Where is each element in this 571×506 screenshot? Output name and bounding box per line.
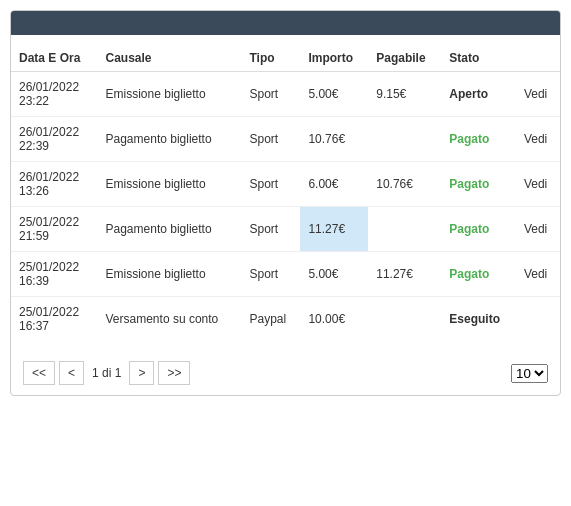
pagination-nav: << < 1 di 1 > >> bbox=[23, 361, 190, 385]
card-header bbox=[11, 11, 560, 35]
cell-causale: Emissione biglietto bbox=[98, 72, 242, 117]
cell-data-ora: 26/01/2022 13:26 bbox=[11, 162, 98, 207]
cell-causale: Versamento su conto bbox=[98, 297, 242, 342]
vedi-link[interactable]: Vedi bbox=[524, 267, 547, 281]
cell-data-ora: 26/01/2022 23:22 bbox=[11, 72, 98, 117]
cell-vedi[interactable]: Vedi bbox=[516, 162, 560, 207]
cell-data-ora: 25/01/2022 16:39 bbox=[11, 252, 98, 297]
cell-vedi bbox=[516, 297, 560, 342]
cell-pagabile bbox=[368, 117, 441, 162]
table-row: 26/01/2022 22:39Pagamento bigliettoSport… bbox=[11, 117, 560, 162]
movimenti-card: Data E Ora Causale Tipo Importo Pagabile… bbox=[10, 10, 561, 396]
table-row: 25/01/2022 16:39Emissione bigliettoSport… bbox=[11, 252, 560, 297]
col-stato: Stato bbox=[441, 45, 516, 72]
cell-stato: Pagato bbox=[441, 252, 516, 297]
cell-causale: Emissione biglietto bbox=[98, 162, 242, 207]
table-row: 26/01/2022 23:22Emissione bigliettoSport… bbox=[11, 72, 560, 117]
last-page-button[interactable]: >> bbox=[158, 361, 190, 385]
cell-vedi[interactable]: Vedi bbox=[516, 207, 560, 252]
cell-tipo: Sport bbox=[241, 207, 300, 252]
col-causale: Causale bbox=[98, 45, 242, 72]
cell-tipo: Sport bbox=[241, 117, 300, 162]
cell-tipo: Paypal bbox=[241, 297, 300, 342]
per-page-selector-container: 102550 bbox=[511, 364, 548, 383]
prev-page-button[interactable]: < bbox=[59, 361, 84, 385]
cell-pagabile bbox=[368, 207, 441, 252]
cell-causale: Pagamento biglietto bbox=[98, 117, 242, 162]
cell-vedi[interactable]: Vedi bbox=[516, 117, 560, 162]
col-data-ora: Data E Ora bbox=[11, 45, 98, 72]
cell-stato: Pagato bbox=[441, 117, 516, 162]
cell-importo: 5.00€ bbox=[300, 72, 368, 117]
col-tipo: Tipo bbox=[241, 45, 300, 72]
pagination-container: << < 1 di 1 > >> 102550 bbox=[11, 351, 560, 395]
cell-importo: 10.00€ bbox=[300, 297, 368, 342]
cell-importo: 5.00€ bbox=[300, 252, 368, 297]
vedi-link[interactable]: Vedi bbox=[524, 87, 547, 101]
col-importo: Importo bbox=[300, 45, 368, 72]
cell-pagabile bbox=[368, 297, 441, 342]
cell-data-ora: 25/01/2022 21:59 bbox=[11, 207, 98, 252]
vedi-link[interactable]: Vedi bbox=[524, 132, 547, 146]
cell-vedi[interactable]: Vedi bbox=[516, 252, 560, 297]
cell-pagabile: 9.15€ bbox=[368, 72, 441, 117]
cell-tipo: Sport bbox=[241, 252, 300, 297]
cell-importo: 10.76€ bbox=[300, 117, 368, 162]
cell-stato: Pagato bbox=[441, 207, 516, 252]
cell-importo: 6.00€ bbox=[300, 162, 368, 207]
pagination-info: 1 di 1 bbox=[92, 366, 121, 380]
table-body: 26/01/2022 23:22Emissione bigliettoSport… bbox=[11, 72, 560, 342]
cell-tipo: Sport bbox=[241, 162, 300, 207]
card-body: Data E Ora Causale Tipo Importo Pagabile… bbox=[11, 35, 560, 351]
cell-importo: 11.27€ bbox=[300, 207, 368, 252]
cell-pagabile: 10.76€ bbox=[368, 162, 441, 207]
col-actions bbox=[516, 45, 560, 72]
table-row: 25/01/2022 21:59Pagamento bigliettoSport… bbox=[11, 207, 560, 252]
col-pagabile: Pagabile bbox=[368, 45, 441, 72]
table-header-row: Data E Ora Causale Tipo Importo Pagabile… bbox=[11, 45, 560, 72]
cell-data-ora: 25/01/2022 16:37 bbox=[11, 297, 98, 342]
cell-pagabile: 11.27€ bbox=[368, 252, 441, 297]
cell-causale: Pagamento biglietto bbox=[98, 207, 242, 252]
table-row: 26/01/2022 13:26Emissione bigliettoSport… bbox=[11, 162, 560, 207]
first-page-button[interactable]: << bbox=[23, 361, 55, 385]
cell-data-ora: 26/01/2022 22:39 bbox=[11, 117, 98, 162]
cell-causale: Emissione biglietto bbox=[98, 252, 242, 297]
cell-stato: Pagato bbox=[441, 162, 516, 207]
cell-vedi[interactable]: Vedi bbox=[516, 72, 560, 117]
vedi-link[interactable]: Vedi bbox=[524, 177, 547, 191]
next-page-button[interactable]: > bbox=[129, 361, 154, 385]
movimenti-table: Data E Ora Causale Tipo Importo Pagabile… bbox=[11, 45, 560, 341]
cell-stato: Aperto bbox=[441, 72, 516, 117]
cell-stato: Eseguito bbox=[441, 297, 516, 342]
cell-tipo: Sport bbox=[241, 72, 300, 117]
table-row: 25/01/2022 16:37Versamento su contoPaypa… bbox=[11, 297, 560, 342]
per-page-selector[interactable]: 102550 bbox=[511, 364, 548, 383]
vedi-link[interactable]: Vedi bbox=[524, 222, 547, 236]
